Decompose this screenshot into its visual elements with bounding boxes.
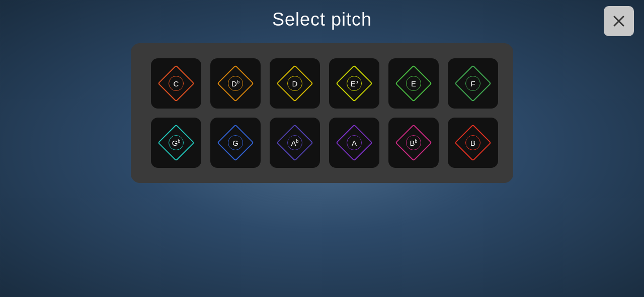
diamond-circle: D [287, 76, 302, 91]
pitch-button-e[interactable]: E [388, 58, 439, 109]
diamond-wrapper: Gb [158, 125, 194, 161]
diamond-wrapper: D [277, 65, 313, 102]
pitch-button-ab[interactable]: Ab [270, 118, 320, 168]
pitch-button-b[interactable]: B [448, 118, 498, 168]
diamond-circle: Eb [347, 76, 362, 91]
close-icon [612, 14, 626, 28]
pitch-label: Bb [410, 139, 417, 147]
pitch-button-db[interactable]: Db [210, 58, 261, 109]
pitch-label: D [292, 80, 298, 87]
diamond-wrapper: Bb [395, 125, 432, 161]
pitch-label: B [470, 139, 475, 147]
diamond-wrapper: B [455, 125, 491, 161]
pitch-label: G [232, 139, 238, 147]
diamond-circle: Gb [169, 135, 184, 150]
diamond-circle: Ab [287, 135, 302, 150]
pitch-label: Eb [350, 80, 358, 87]
pitch-panel: CDbDEbEFGbGAbABbB [131, 43, 513, 183]
pitch-label: C [174, 80, 179, 87]
pitch-label: Gb [172, 139, 181, 147]
diamond-wrapper: C [158, 65, 194, 102]
diamond-circle: F [465, 76, 480, 91]
pitch-label: A [352, 139, 357, 147]
diamond-circle: B [465, 135, 480, 150]
pitch-grid: CDbDEbEFGbGAbABbB [151, 58, 493, 168]
diamond-circle: Bb [406, 135, 421, 150]
pitch-label: Db [231, 80, 239, 87]
pitch-button-gb[interactable]: Gb [151, 118, 201, 168]
pitch-button-d[interactable]: D [270, 58, 320, 109]
diamond-wrapper: F [455, 65, 491, 102]
page-title: Select pitch [272, 9, 372, 30]
pitch-label: E [411, 80, 416, 87]
header: Select pitch [0, 0, 644, 39]
diamond-circle: E [406, 76, 421, 91]
pitch-button-f[interactable]: F [448, 58, 498, 109]
diamond-wrapper: Db [217, 65, 254, 102]
diamond-circle: G [228, 135, 243, 150]
diamond-wrapper: Eb [336, 65, 372, 102]
pitch-button-c[interactable]: C [151, 58, 201, 109]
diamond-circle: A [347, 135, 362, 150]
pitch-label: F [470, 80, 475, 87]
diamond-wrapper: Ab [277, 125, 313, 161]
pitch-button-a[interactable]: A [329, 118, 379, 168]
diamond-circle: Db [228, 76, 243, 91]
pitch-button-g[interactable]: G [210, 118, 261, 168]
diamond-wrapper: G [217, 125, 254, 161]
pitch-button-bb[interactable]: Bb [388, 118, 439, 168]
pitch-button-eb[interactable]: Eb [329, 58, 379, 109]
pitch-label: Ab [291, 139, 298, 147]
diamond-wrapper: A [336, 125, 372, 161]
close-button[interactable] [604, 6, 634, 36]
diamond-wrapper: E [395, 65, 432, 102]
diamond-circle: C [169, 76, 184, 91]
